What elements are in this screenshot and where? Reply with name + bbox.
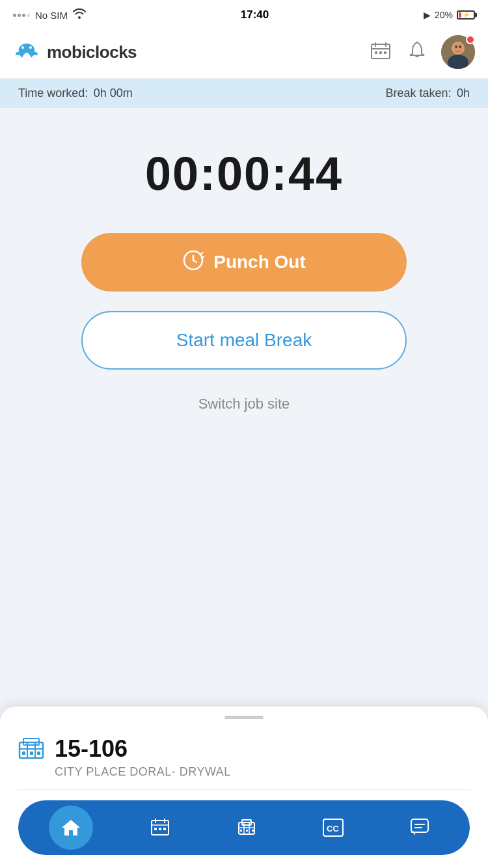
avatar[interactable] <box>441 35 475 69</box>
wifi-icon <box>73 8 86 21</box>
nav-schedule-button[interactable] <box>141 808 180 847</box>
svg-point-13 <box>455 46 457 48</box>
break-taken-value: 0h <box>457 87 470 100</box>
job-details: 15-106 CITY PLACE DORAL- DRYWAL <box>55 735 231 779</box>
job-name: CITY PLACE DORAL- DRYWAL <box>55 765 231 779</box>
svg-rect-23 <box>37 752 40 755</box>
time-worked-label: Time worked: <box>18 87 88 100</box>
time-worked-value: 0h 00m <box>94 87 133 100</box>
job-info: 15-106 CITY PLACE DORAL- DRYWAL <box>18 735 470 790</box>
location-icon: ▶ <box>424 10 431 20</box>
header: mobiclocks <box>0 29 488 79</box>
svg-rect-31 <box>239 822 254 834</box>
app-logo: mobiclocks <box>13 38 137 66</box>
svg-rect-38 <box>252 830 254 832</box>
logo-bird-icon <box>13 38 40 66</box>
status-bar: No SIM 17:40 ▶ 20% ⚡ <box>0 0 488 29</box>
drag-handle <box>224 716 264 719</box>
switch-job-site-button[interactable]: Switch job site <box>198 396 290 413</box>
nav-chat-button[interactable] <box>400 808 439 847</box>
main-content: 00:00:44 Punch Out Start meal Break Swit… <box>0 108 488 471</box>
schedule-icon-button[interactable] <box>368 40 393 64</box>
svg-rect-6 <box>375 51 377 54</box>
svg-point-1 <box>29 46 32 49</box>
status-time: 17:40 <box>241 8 269 21</box>
svg-rect-22 <box>30 752 33 755</box>
meal-break-button[interactable]: Start meal Break <box>81 311 407 370</box>
svg-rect-8 <box>384 51 386 54</box>
svg-rect-7 <box>379 51 382 54</box>
job-site-icon <box>18 737 44 766</box>
signal-icon <box>13 14 30 17</box>
avatar-notification-dot <box>466 35 475 44</box>
nav-home-button[interactable] <box>49 806 93 850</box>
switch-job-site-label: Switch job site <box>198 396 290 412</box>
time-worked-info: Time worked: 0h 00m <box>18 87 133 100</box>
status-left: No SIM <box>13 8 86 21</box>
svg-rect-36 <box>240 830 242 832</box>
status-right: ▶ 20% ⚡ <box>424 10 475 20</box>
svg-rect-21 <box>22 752 25 755</box>
svg-rect-41 <box>411 819 428 832</box>
info-bar: Time worked: 0h 00m Break taken: 0h <box>0 79 488 108</box>
job-number: 15-106 <box>55 735 231 763</box>
break-taken-label: Break taken: <box>385 87 451 100</box>
svg-rect-37 <box>246 830 248 832</box>
battery-icon: ⚡ <box>457 10 475 20</box>
svg-point-0 <box>21 46 24 49</box>
nav-job-button[interactable] <box>227 808 266 847</box>
battery-percent: 20% <box>435 10 453 20</box>
meal-break-label: Start meal Break <box>176 330 312 351</box>
nav-cc-button[interactable]: CC <box>314 808 353 847</box>
punch-out-icon <box>182 249 204 276</box>
header-actions <box>368 35 475 69</box>
svg-point-14 <box>459 46 461 48</box>
break-taken-info: Break taken: 0h <box>385 87 470 100</box>
punch-out-label: Punch Out <box>213 252 306 273</box>
bottom-card: 15-106 CITY PLACE DORAL- DRYWAL <box>0 707 488 868</box>
svg-text:CC: CC <box>327 824 339 834</box>
app-name: mobiclocks <box>47 42 137 62</box>
carrier-label: No SIM <box>35 10 68 21</box>
timer-display: 00:00:44 <box>145 147 343 200</box>
punch-out-button[interactable]: Punch Out <box>81 233 407 292</box>
svg-rect-30 <box>163 828 166 830</box>
svg-rect-28 <box>154 828 157 830</box>
notification-bell-button[interactable] <box>406 38 428 66</box>
svg-rect-29 <box>159 828 161 830</box>
bottom-nav: CC <box>18 800 470 855</box>
